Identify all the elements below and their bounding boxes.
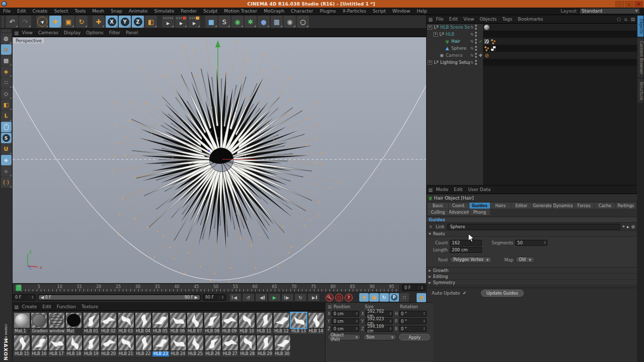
menu-character[interactable]: Character	[291, 9, 313, 14]
visibility-dots-icon[interactable]	[475, 52, 477, 58]
tab-basic[interactable]: Basic	[428, 203, 448, 209]
material-thumbnail-blob-icon[interactable]	[187, 312, 203, 328]
material-thumbnail-blob-icon[interactable]	[257, 335, 273, 351]
tab-cache[interactable]: Cache	[595, 203, 615, 209]
material-window[interactable]: window	[48, 312, 65, 334]
record-rotation-toggle[interactable]: ↻	[379, 293, 389, 302]
material-hlb-17[interactable]: HLB 17	[48, 335, 65, 356]
link-field[interactable]: Sphere	[447, 224, 620, 230]
enable-snap-button[interactable]: U	[1, 144, 12, 154]
enable-axis-button[interactable]: L	[1, 111, 12, 121]
lock-x-axis-button[interactable]: X	[106, 16, 118, 28]
stepper-icon[interactable]	[29, 295, 35, 300]
render-settings-button[interactable]: ▶	[188, 16, 200, 28]
menu-tools[interactable]: Tools	[74, 9, 86, 14]
size-y-field[interactable]: 592.023 cm	[365, 318, 393, 324]
snap-settings-button[interactable]: S	[1, 133, 12, 143]
material-thumbnail-wire-icon[interactable]	[48, 312, 65, 328]
record-pla-toggle[interactable]: ∷	[399, 293, 409, 302]
radio-icon[interactable]	[429, 225, 433, 229]
record-parameter-toggle[interactable]: P	[389, 293, 399, 302]
panel-handle-icon[interactable]: ▦	[328, 304, 332, 309]
search-icon[interactable]: ○	[617, 17, 621, 22]
make-editable-button[interactable]: ◍	[1, 33, 12, 44]
size-z-field[interactable]: 594.169 cm	[365, 326, 393, 332]
frame-field[interactable]: 0 F	[402, 285, 425, 291]
expander-icon[interactable]: +	[428, 60, 432, 65]
material-thumbnail-blob-icon[interactable]	[204, 312, 220, 328]
home-icon[interactable]: ⌂	[624, 17, 627, 22]
material-hlb-06[interactable]: HLB 06	[170, 312, 187, 334]
material-thumbnail-blob-icon[interactable]	[14, 335, 30, 351]
dock-tab-structure[interactable]: Structure	[637, 78, 643, 103]
om-menu-file[interactable]: File	[436, 17, 443, 22]
material-hlb-12[interactable]: HLB 12	[273, 312, 290, 334]
keyframe-selection-button[interactable]: ?	[345, 294, 353, 302]
object-row-camera[interactable]: +◉Camera✜⊘	[427, 52, 637, 59]
tab-editor[interactable]: Editor	[511, 203, 532, 209]
visibility-dots-icon[interactable]	[475, 38, 477, 44]
material-hlb-11[interactable]: HLB 11	[256, 312, 273, 334]
tab-generate[interactable]: Generate	[532, 203, 553, 209]
material-thumbnail-blob-icon[interactable]	[274, 335, 291, 351]
polygons-mode-button[interactable]: ◧	[1, 100, 12, 110]
preview-range-bar[interactable]: ◀ 0 F 90 F ▶	[39, 295, 200, 300]
om-menu-edit[interactable]: Edit	[449, 17, 458, 22]
count-field[interactable]: 162	[450, 240, 482, 246]
apply-button[interactable]: Apply	[399, 334, 430, 340]
stepper-icon[interactable]	[543, 241, 547, 245]
menu-script[interactable]: Script	[373, 9, 386, 14]
mouse-input-button[interactable]	[1, 122, 12, 132]
material-hlb-21[interactable]: HLB 21	[118, 335, 135, 356]
rotate-tool-button[interactable]: ↻	[75, 16, 88, 28]
undo-button[interactable]: ↶	[6, 16, 18, 28]
material-thumbnail-blob-icon[interactable]	[83, 335, 100, 351]
panel-handle-icon[interactable]: ▦	[14, 30, 19, 36]
size-x-field[interactable]: 592.702 cm	[365, 311, 393, 317]
visibility-dots-icon[interactable]	[475, 31, 477, 37]
add-floor-button[interactable]: ▦	[271, 16, 283, 28]
tab-coord[interactable]: Coord.	[449, 203, 469, 209]
material-hlb-23[interactable]: HLB 23	[152, 335, 170, 356]
position-y-field[interactable]: 0 cm	[332, 318, 359, 324]
material-thumbnail-blob-icon[interactable]	[135, 312, 151, 328]
material-hlb-01[interactable]: HLB 01	[83, 312, 100, 334]
object-name[interactable]: HLB Scene Setup	[440, 25, 470, 30]
object-row-sphere[interactable]: +▲Sphere	[427, 45, 637, 52]
edges-mode-button[interactable]: ◇	[1, 88, 12, 99]
material-thumbnail-blob-icon[interactable]	[83, 312, 100, 328]
record-position-toggle[interactable]: ✚	[359, 293, 369, 302]
material-hlb-30[interactable]: HLB 30	[274, 335, 291, 356]
panel-handle-icon[interactable]: ▦	[428, 187, 433, 193]
menu-motion-tracker[interactable]: Motion Tracker	[224, 9, 257, 14]
menu-create[interactable]: Create	[33, 9, 48, 14]
menu-plugins[interactable]: Plugins	[320, 9, 336, 14]
dock-tab-content-browser[interactable]: Content Browser	[637, 38, 643, 77]
material-thumbnail-blob-icon[interactable]	[66, 335, 83, 351]
clear-link-icon[interactable]: ⊘	[631, 224, 635, 229]
material-thumbnail-blob-icon[interactable]	[205, 335, 221, 351]
material-thumbnail-blob-icon[interactable]	[152, 312, 169, 328]
size-mode-select[interactable]: Size	[363, 334, 396, 340]
menu-mograph[interactable]: MoGraph	[264, 9, 284, 14]
tab-guides[interactable]: Guides	[469, 203, 490, 209]
redo-button[interactable]: ↷	[19, 16, 31, 28]
viewport-camera-label[interactable]: Perspective	[14, 38, 44, 43]
auto-update-checkbox[interactable]: ✓	[462, 290, 466, 296]
render-picture-viewer-button[interactable]: ▶	[175, 16, 187, 28]
expander-icon[interactable]: +	[433, 32, 438, 37]
goto-start-button[interactable]: ◀	[229, 293, 242, 302]
viewport-menu-cameras[interactable]: Cameras	[38, 30, 58, 35]
menu-x-particles[interactable]: X-Particles	[343, 9, 366, 14]
material-hlb-08[interactable]: HLB 08	[204, 312, 221, 334]
maximize-button[interactable]: ▫	[625, 1, 633, 7]
material-thumbnail-sphere-icon[interactable]	[14, 312, 30, 328]
object-name[interactable]: Lighting Setup	[440, 60, 470, 65]
material-hlb-25[interactable]: HLB 25	[187, 335, 204, 356]
visibility-dots-icon[interactable]	[475, 45, 477, 51]
object-name[interactable]: Camera	[446, 53, 470, 58]
material-thumbnail-blob-icon[interactable]	[239, 335, 256, 351]
material-hlb-14[interactable]: HLB 14	[308, 312, 325, 334]
material-menu-create[interactable]: Create	[22, 304, 37, 309]
material-menu-edit[interactable]: Edit	[42, 304, 51, 309]
